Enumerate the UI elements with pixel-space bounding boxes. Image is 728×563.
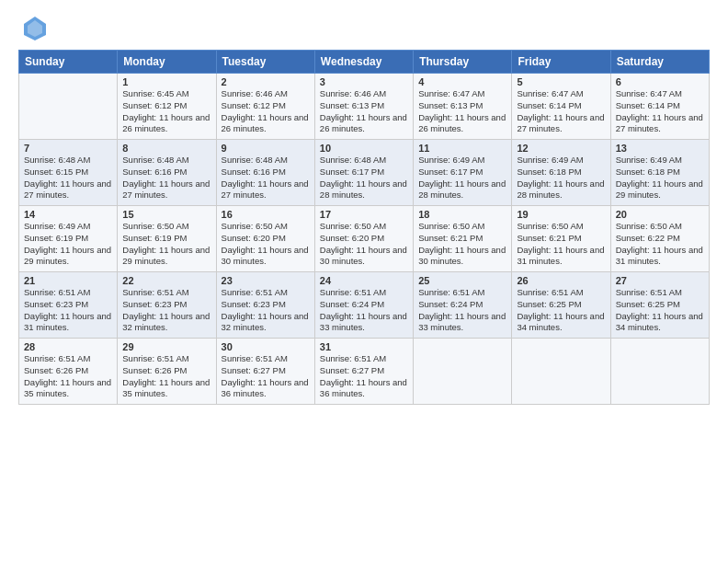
calendar-cell: 3Sunrise: 6:46 AM Sunset: 6:13 PM Daylig… (314, 74, 413, 140)
day-number: 19 (517, 209, 605, 220)
calendar-cell: 4Sunrise: 6:47 AM Sunset: 6:13 PM Daylig… (414, 74, 512, 140)
day-info: Sunrise: 6:51 AM Sunset: 6:24 PM Dayligh… (320, 287, 408, 334)
calendar-cell: 22Sunrise: 6:51 AM Sunset: 6:23 PM Dayli… (118, 272, 216, 339)
calendar-cell: 17Sunrise: 6:50 AM Sunset: 6:20 PM Dayli… (314, 206, 413, 272)
day-info: Sunrise: 6:51 AM Sunset: 6:25 PM Dayligh… (517, 287, 605, 334)
calendar-cell: 25Sunrise: 6:51 AM Sunset: 6:24 PM Dayli… (414, 272, 512, 339)
calendar-header-tuesday: Tuesday (216, 51, 314, 74)
day-info: Sunrise: 6:45 AM Sunset: 6:12 PM Dayligh… (122, 88, 210, 135)
calendar-cell: 1Sunrise: 6:45 AM Sunset: 6:12 PM Daylig… (118, 74, 216, 140)
day-info: Sunrise: 6:51 AM Sunset: 6:26 PM Dayligh… (24, 353, 112, 400)
day-number: 9 (222, 143, 310, 154)
calendar-cell: 26Sunrise: 6:51 AM Sunset: 6:25 PM Dayli… (512, 272, 610, 339)
calendar-cell: 2Sunrise: 6:46 AM Sunset: 6:12 PM Daylig… (216, 74, 314, 140)
calendar-cell: 30Sunrise: 6:51 AM Sunset: 6:27 PM Dayli… (216, 339, 314, 405)
calendar-cell: 15Sunrise: 6:50 AM Sunset: 6:19 PM Dayli… (118, 206, 216, 272)
day-number: 1 (122, 76, 210, 87)
calendar-header-thursday: Thursday (414, 51, 512, 74)
calendar-cell: 20Sunrise: 6:50 AM Sunset: 6:22 PM Dayli… (610, 206, 709, 272)
calendar-cell: 5Sunrise: 6:47 AM Sunset: 6:14 PM Daylig… (512, 74, 610, 140)
day-info: Sunrise: 6:46 AM Sunset: 6:13 PM Dayligh… (320, 88, 408, 135)
day-info: Sunrise: 6:46 AM Sunset: 6:12 PM Dayligh… (222, 88, 310, 135)
logo (18, 15, 48, 40)
day-info: Sunrise: 6:48 AM Sunset: 6:15 PM Dayligh… (24, 155, 112, 201)
calendar-cell: 6Sunrise: 6:47 AM Sunset: 6:14 PM Daylig… (610, 74, 709, 140)
calendar-cell: 29Sunrise: 6:51 AM Sunset: 6:26 PM Dayli… (118, 339, 216, 405)
day-number: 16 (222, 209, 310, 220)
day-info: Sunrise: 6:51 AM Sunset: 6:27 PM Dayligh… (320, 353, 408, 400)
day-number: 28 (24, 341, 112, 352)
day-info: Sunrise: 6:50 AM Sunset: 6:20 PM Dayligh… (320, 221, 408, 268)
calendar-header-row: SundayMondayTuesdayWednesdayThursdayFrid… (19, 51, 710, 74)
calendar-cell: 16Sunrise: 6:50 AM Sunset: 6:20 PM Dayli… (216, 206, 314, 272)
day-info: Sunrise: 6:51 AM Sunset: 6:25 PM Dayligh… (616, 287, 704, 334)
day-info: Sunrise: 6:50 AM Sunset: 6:20 PM Dayligh… (222, 221, 310, 268)
day-number: 3 (320, 76, 408, 87)
day-number: 24 (320, 275, 408, 286)
day-number: 15 (122, 209, 210, 220)
day-number: 20 (616, 209, 704, 220)
calendar-cell: 18Sunrise: 6:50 AM Sunset: 6:21 PM Dayli… (414, 206, 512, 272)
calendar-header-wednesday: Wednesday (314, 51, 413, 74)
calendar-cell: 27Sunrise: 6:51 AM Sunset: 6:25 PM Dayli… (610, 272, 709, 339)
day-number: 26 (517, 275, 605, 286)
day-number: 29 (122, 341, 210, 352)
day-number: 21 (24, 275, 112, 286)
day-info: Sunrise: 6:48 AM Sunset: 6:16 PM Dayligh… (222, 155, 310, 201)
calendar-cell: 10Sunrise: 6:48 AM Sunset: 6:17 PM Dayli… (314, 140, 413, 206)
day-info: Sunrise: 6:50 AM Sunset: 6:21 PM Dayligh… (517, 221, 605, 268)
calendar-cell: 23Sunrise: 6:51 AM Sunset: 6:23 PM Dayli… (216, 272, 314, 339)
day-number: 22 (122, 275, 210, 286)
day-number: 10 (320, 143, 408, 154)
calendar-cell: 9Sunrise: 6:48 AM Sunset: 6:16 PM Daylig… (216, 140, 314, 206)
calendar-cell (512, 339, 610, 405)
calendar-cell: 21Sunrise: 6:51 AM Sunset: 6:23 PM Dayli… (19, 272, 118, 339)
day-number: 25 (418, 275, 506, 286)
day-info: Sunrise: 6:51 AM Sunset: 6:23 PM Dayligh… (24, 287, 112, 334)
day-number: 4 (418, 76, 506, 87)
calendar-week-row: 21Sunrise: 6:51 AM Sunset: 6:23 PM Dayli… (19, 272, 710, 339)
calendar-cell: 8Sunrise: 6:48 AM Sunset: 6:16 PM Daylig… (118, 140, 216, 206)
header (18, 15, 710, 40)
day-number: 27 (616, 275, 704, 286)
calendar-week-row: 7Sunrise: 6:48 AM Sunset: 6:15 PM Daylig… (19, 140, 710, 206)
day-info: Sunrise: 6:50 AM Sunset: 6:21 PM Dayligh… (418, 221, 506, 268)
calendar-header-monday: Monday (118, 51, 216, 74)
calendar-cell (19, 74, 118, 140)
calendar-header-saturday: Saturday (610, 51, 709, 74)
day-number: 30 (222, 341, 310, 352)
day-number: 31 (320, 341, 408, 352)
calendar-table: SundayMondayTuesdayWednesdayThursdayFrid… (18, 50, 710, 405)
day-info: Sunrise: 6:48 AM Sunset: 6:16 PM Dayligh… (122, 155, 210, 201)
calendar-cell: 12Sunrise: 6:49 AM Sunset: 6:18 PM Dayli… (512, 140, 610, 206)
calendar-cell (610, 339, 709, 405)
calendar-cell: 24Sunrise: 6:51 AM Sunset: 6:24 PM Dayli… (314, 272, 413, 339)
day-info: Sunrise: 6:49 AM Sunset: 6:18 PM Dayligh… (616, 155, 704, 201)
day-number: 6 (616, 76, 704, 87)
day-number: 5 (517, 76, 605, 87)
calendar-cell: 19Sunrise: 6:50 AM Sunset: 6:21 PM Dayli… (512, 206, 610, 272)
day-info: Sunrise: 6:47 AM Sunset: 6:13 PM Dayligh… (418, 88, 506, 135)
day-number: 2 (222, 76, 310, 87)
day-info: Sunrise: 6:51 AM Sunset: 6:27 PM Dayligh… (222, 353, 310, 400)
day-number: 18 (418, 209, 506, 220)
calendar-cell: 11Sunrise: 6:49 AM Sunset: 6:17 PM Dayli… (414, 140, 512, 206)
day-info: Sunrise: 6:51 AM Sunset: 6:23 PM Dayligh… (222, 287, 310, 334)
calendar-cell: 31Sunrise: 6:51 AM Sunset: 6:27 PM Dayli… (314, 339, 413, 405)
calendar-cell: 28Sunrise: 6:51 AM Sunset: 6:26 PM Dayli… (19, 339, 118, 405)
calendar-header-friday: Friday (512, 51, 610, 74)
day-number: 12 (517, 143, 605, 154)
calendar-cell (414, 339, 512, 405)
day-number: 17 (320, 209, 408, 220)
calendar-week-row: 28Sunrise: 6:51 AM Sunset: 6:26 PM Dayli… (19, 339, 710, 405)
calendar-cell: 13Sunrise: 6:49 AM Sunset: 6:18 PM Dayli… (610, 140, 709, 206)
day-info: Sunrise: 6:50 AM Sunset: 6:19 PM Dayligh… (122, 221, 210, 268)
day-number: 8 (122, 143, 210, 154)
calendar-cell: 7Sunrise: 6:48 AM Sunset: 6:15 PM Daylig… (19, 140, 118, 206)
day-number: 14 (24, 209, 112, 220)
day-number: 11 (418, 143, 506, 154)
logo-icon (22, 15, 48, 40)
day-number: 23 (222, 275, 310, 286)
day-info: Sunrise: 6:51 AM Sunset: 6:24 PM Dayligh… (418, 287, 506, 334)
day-info: Sunrise: 6:49 AM Sunset: 6:19 PM Dayligh… (24, 221, 112, 268)
